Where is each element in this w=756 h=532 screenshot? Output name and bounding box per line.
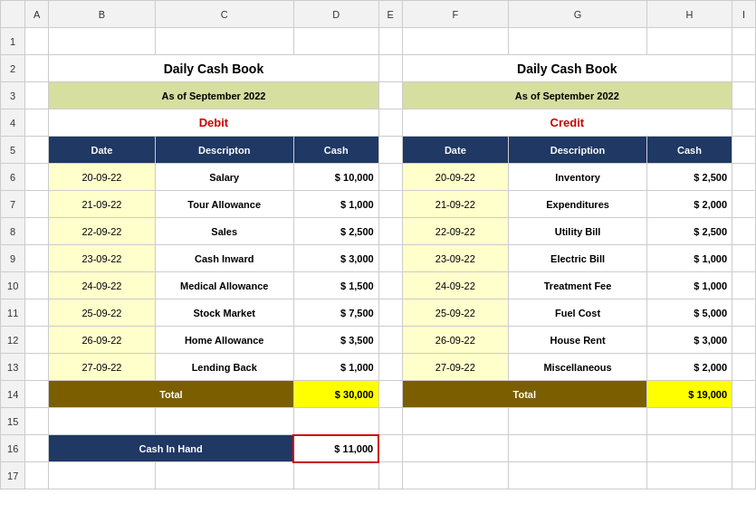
col-h: H: [646, 1, 732, 28]
debit-desc-3: Cash Inward: [155, 245, 293, 272]
debit-cash-6: $ 3,500: [293, 327, 378, 354]
credit-cash-3: $ 1,000: [646, 245, 732, 272]
debit-date-7: 27-09-22: [49, 354, 156, 381]
r14-i: [732, 381, 756, 408]
r13-i: [732, 354, 756, 381]
debit-cash-3: $ 3,000: [293, 245, 378, 272]
r8-i: [732, 218, 756, 245]
r5-a: [25, 137, 49, 164]
row-1-header: 1: [1, 28, 25, 55]
r14-e: [378, 381, 402, 408]
spreadsheet-title: Daily Cash Book: [49, 55, 379, 82]
credit-date-5: 25-09-22: [402, 299, 509, 327]
r2-e: [378, 55, 402, 82]
r7-e: [378, 191, 402, 218]
debit-desc-7: Lending Back: [155, 354, 293, 381]
r1-f: [402, 28, 509, 55]
debit-desc-6: Home Allowance: [155, 327, 293, 354]
col-c: C: [155, 1, 293, 28]
r15-e: [378, 408, 402, 435]
col-f: F: [402, 1, 509, 28]
r17-h: [646, 462, 732, 489]
r10-e: [378, 272, 402, 299]
col-hdr-date-left: Date: [49, 137, 156, 164]
r17-f: [402, 462, 509, 489]
r12-e: [378, 327, 402, 354]
r3-i: [732, 82, 756, 109]
r9-e: [378, 245, 402, 272]
row-17-header: 17: [1, 462, 25, 489]
credit-desc-0: Inventory: [509, 164, 647, 191]
credit-date-6: 26-09-22: [402, 327, 509, 354]
credit-desc-4: Treatment Fee: [509, 272, 647, 299]
credit-date-7: 27-09-22: [402, 354, 509, 381]
debit-cash-7: $ 1,000: [293, 354, 378, 381]
row-10-header: 10: [1, 272, 25, 299]
credit-desc-2: Utility Bill: [509, 218, 647, 245]
r17-b: [49, 462, 156, 489]
cash-hand-value: $ 11,000: [293, 435, 378, 462]
debit-desc-4: Medical Allowance: [155, 272, 293, 299]
r12-i: [732, 327, 756, 354]
r15-g: [509, 408, 647, 435]
row-12-header: 12: [1, 327, 25, 354]
debit-desc-5: Stock Market: [155, 299, 293, 327]
r11-e: [378, 299, 402, 327]
row-14-header: 14: [1, 381, 25, 408]
debit-total-value: $ 30,000: [293, 381, 378, 408]
r15-i: [732, 408, 756, 435]
col-hdr-desc-right: Description: [509, 137, 647, 164]
credit-desc-5: Fuel Cost: [509, 299, 647, 327]
r15-a: [25, 408, 49, 435]
credit-cash-1: $ 2,000: [646, 191, 732, 218]
r2-i: [732, 55, 756, 82]
r5-e: [378, 137, 402, 164]
row-6-header: 6: [1, 164, 25, 191]
r16-i: [732, 435, 756, 462]
credit-desc-6: House Rent: [509, 327, 647, 354]
corner-cell: [1, 1, 25, 28]
credit-desc-1: Expenditures: [509, 191, 647, 218]
col-hdr-date-right: Date: [402, 137, 509, 164]
r1-i: [732, 28, 756, 55]
r17-c: [155, 462, 293, 489]
r10-a: [25, 272, 49, 299]
r17-g: [509, 462, 647, 489]
r16-f: [402, 435, 509, 462]
credit-cash-2: $ 2,500: [646, 218, 732, 245]
cash-hand-label: Cash In Hand: [49, 435, 293, 462]
col-hdr-cash-right: Cash: [646, 137, 732, 164]
col-hdr-desc-left: Descripton: [155, 137, 293, 164]
r17-d: [293, 462, 378, 489]
credit-total-label: Total: [402, 381, 646, 408]
debit-section-label: Debit: [49, 109, 379, 137]
debit-date-3: 23-09-22: [49, 245, 156, 272]
debit-cash-2: $ 2,500: [293, 218, 378, 245]
debit-date-6: 26-09-22: [49, 327, 156, 354]
r15-h: [646, 408, 732, 435]
r17-i: [732, 462, 756, 489]
col-d: D: [293, 1, 378, 28]
r6-a: [25, 164, 49, 191]
r15-b: [49, 408, 156, 435]
r9-i: [732, 245, 756, 272]
debit-date-1: 21-09-22: [49, 191, 156, 218]
r6-i: [732, 164, 756, 191]
r11-a: [25, 299, 49, 327]
r15-d: [293, 408, 378, 435]
r8-a: [25, 218, 49, 245]
row-3-header: 3: [1, 82, 25, 109]
credit-cash-4: $ 1,000: [646, 272, 732, 299]
r1-g: [509, 28, 647, 55]
r1-a: [25, 28, 49, 55]
credit-cash-7: $ 2,000: [646, 354, 732, 381]
credit-date-1: 21-09-22: [402, 191, 509, 218]
col-a: A: [25, 1, 49, 28]
r1-b: [49, 28, 156, 55]
spreadsheet-title-right: Daily Cash Book: [402, 55, 732, 82]
debit-date-4: 24-09-22: [49, 272, 156, 299]
r11-i: [732, 299, 756, 327]
r1-e: [378, 28, 402, 55]
r4-i: [732, 109, 756, 137]
debit-desc-1: Tour Allowance: [155, 191, 293, 218]
